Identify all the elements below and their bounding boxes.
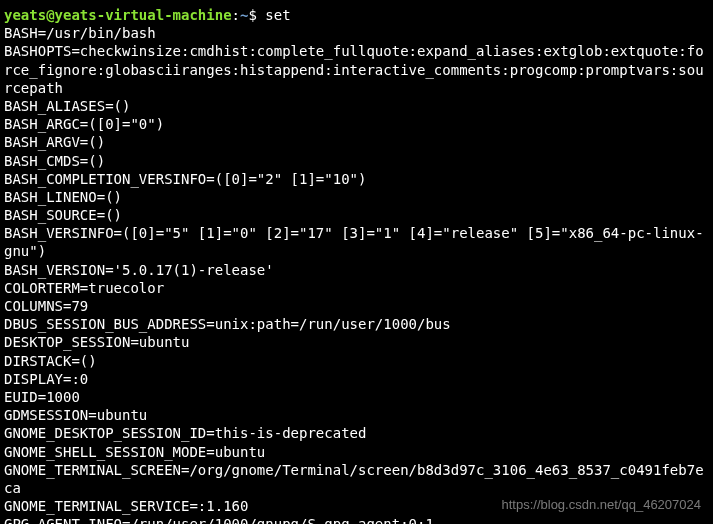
- output-line: DBUS_SESSION_BUS_ADDRESS=unix:path=/run/…: [4, 316, 451, 332]
- output-line: BASH_SOURCE=(): [4, 207, 122, 223]
- output-line: COLUMNS=79: [4, 298, 88, 314]
- output-line: BASH_VERSINFO=([0]="5" [1]="0" [2]="17" …: [4, 225, 704, 259]
- output-line: BASH_CMDS=(): [4, 153, 105, 169]
- output-line: BASH_VERSION='5.0.17(1)-release': [4, 262, 274, 278]
- output-line: COLORTERM=truecolor: [4, 280, 164, 296]
- output-line: GNOME_DESKTOP_SESSION_ID=this-is-depreca…: [4, 425, 366, 441]
- watermark-text: https://blog.csdn.net/qq_46207024: [502, 497, 702, 514]
- output-line: BASH_COMPLETION_VERSINFO=([0]="2" [1]="1…: [4, 171, 366, 187]
- output-line: EUID=1000: [4, 389, 80, 405]
- output-line: GDMSESSION=ubuntu: [4, 407, 147, 423]
- output-line: DISPLAY=:0: [4, 371, 88, 387]
- terminal-output[interactable]: yeats@yeats-virtual-machine:~$ set BASH=…: [4, 6, 709, 524]
- prompt-separator-dollar: $: [248, 7, 265, 23]
- output-line: BASH_LINENO=(): [4, 189, 122, 205]
- output-line: DESKTOP_SESSION=ubuntu: [4, 334, 189, 350]
- output-line: GNOME_TERMINAL_SERVICE=:1.160: [4, 498, 248, 514]
- output-line: BASH=/usr/bin/bash: [4, 25, 156, 41]
- output-line: GPG_AGENT_INFO=/run/user/1000/gnupg/S.gp…: [4, 516, 434, 524]
- output-line: DIRSTACK=(): [4, 353, 97, 369]
- output-line: GNOME_SHELL_SESSION_MODE=ubuntu: [4, 444, 265, 460]
- output-line: BASH_ARGV=(): [4, 134, 105, 150]
- command-text: set: [265, 7, 290, 23]
- output-line: GNOME_TERMINAL_SCREEN=/org/gnome/Termina…: [4, 462, 704, 496]
- output-line: BASH_ARGC=([0]="0"): [4, 116, 164, 132]
- prompt-separator-colon: :: [232, 7, 240, 23]
- output-line: BASH_ALIASES=(): [4, 98, 130, 114]
- prompt-user-host: yeats@yeats-virtual-machine: [4, 7, 232, 23]
- output-line: BASHOPTS=checkwinsize:cmdhist:complete_f…: [4, 43, 704, 95]
